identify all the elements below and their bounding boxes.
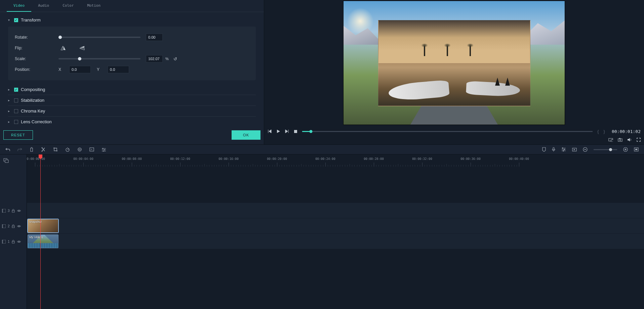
- scale-slider[interactable]: [58, 58, 140, 59]
- section-chroma-key[interactable]: ▸ Chroma Key: [8, 106, 256, 117]
- fullscreen-icon[interactable]: [637, 138, 641, 142]
- volume-icon[interactable]: [627, 138, 632, 142]
- transform-label: Transform: [21, 17, 41, 23]
- tab-color[interactable]: Color: [56, 0, 80, 12]
- snapshot-icon[interactable]: [618, 138, 622, 142]
- clip-snapshot[interactable]: snapshot: [28, 219, 58, 233]
- svg-point-6: [42, 147, 43, 148]
- redo-icon[interactable]: [17, 147, 22, 152]
- color-icon[interactable]: [77, 147, 82, 152]
- svg-rect-15: [562, 147, 563, 149]
- tab-audio[interactable]: Audio: [31, 0, 56, 12]
- stabilization-checkbox[interactable]: [14, 98, 18, 102]
- timeline-ruler[interactable]: 00:00:00:0000:00:04:0000:00:08:0000:00:1…: [27, 154, 644, 167]
- rotate-label: Rotate:: [15, 35, 58, 40]
- position-x-input[interactable]: [69, 66, 91, 73]
- svg-rect-31: [12, 226, 14, 228]
- reset-scale-icon[interactable]: ↺: [173, 56, 177, 61]
- zoom-slider[interactable]: [594, 149, 617, 150]
- zoom-out-icon[interactable]: [583, 147, 588, 152]
- ruler-label: 00:00:40:00: [509, 157, 529, 161]
- svg-point-36: [18, 241, 19, 242]
- manage-tracks-icon[interactable]: [3, 158, 9, 163]
- rotate-input[interactable]: [146, 34, 163, 41]
- mark-out-icon[interactable]: }: [604, 129, 605, 134]
- lock-icon[interactable]: [12, 209, 15, 213]
- transform-checkbox[interactable]: [14, 18, 18, 22]
- stop-icon[interactable]: [294, 130, 297, 133]
- eye-icon[interactable]: [17, 225, 21, 228]
- adjust-icon[interactable]: [102, 147, 106, 152]
- svg-rect-17: [563, 150, 564, 151]
- flip-vertical-icon[interactable]: [79, 46, 85, 50]
- timecode: 00:00:01:02: [612, 129, 641, 134]
- chevron-down-icon[interactable]: ▾: [8, 18, 13, 22]
- lock-icon[interactable]: [12, 240, 15, 244]
- quality-icon[interactable]: [608, 138, 613, 142]
- lens-checkbox[interactable]: [14, 120, 18, 124]
- section-transform[interactable]: ▾ Transform: [8, 15, 256, 25]
- green-screen-icon[interactable]: [89, 147, 94, 152]
- chroma-checkbox[interactable]: [14, 109, 18, 113]
- track-lane-3[interactable]: [27, 203, 644, 218]
- compositing-checkbox[interactable]: [14, 88, 18, 92]
- clip-label: My Video1: [29, 235, 43, 239]
- chevron-right-icon[interactable]: ▸: [8, 109, 13, 113]
- tab-video[interactable]: Video: [7, 0, 31, 12]
- position-y-input[interactable]: [108, 66, 129, 73]
- svg-rect-27: [12, 211, 14, 212]
- timeline-toolbar: [0, 144, 644, 154]
- preview-progress[interactable]: [302, 131, 593, 132]
- chevron-right-icon[interactable]: ▸: [8, 98, 13, 102]
- marker-icon[interactable]: [542, 147, 546, 152]
- chroma-label: Chroma Key: [21, 108, 45, 114]
- ruler-label: 00:00:04:00: [73, 157, 93, 161]
- chevron-right-icon[interactable]: ▸: [8, 88, 13, 91]
- section-stabilization[interactable]: ▸ Stabilization: [8, 95, 256, 106]
- svg-rect-22: [635, 149, 637, 150]
- render-icon[interactable]: [572, 148, 577, 151]
- track-lane-2[interactable]: snapshot: [27, 218, 644, 234]
- position-label: Position:: [15, 67, 58, 72]
- next-frame-icon[interactable]: [285, 129, 289, 133]
- track-type-icon[interactable]: [2, 209, 6, 213]
- lock-icon[interactable]: [12, 224, 15, 228]
- prev-frame-icon[interactable]: [268, 129, 272, 133]
- play-icon[interactable]: [276, 129, 280, 133]
- playhead[interactable]: [40, 154, 41, 309]
- delete-icon[interactable]: [30, 147, 34, 152]
- track-type-icon[interactable]: [2, 240, 6, 244]
- ok-button[interactable]: OK: [232, 130, 260, 140]
- zoom-fit-icon[interactable]: [634, 147, 639, 151]
- eye-icon[interactable]: [17, 240, 21, 243]
- eye-icon[interactable]: [17, 209, 21, 212]
- preview-viewport[interactable]: [264, 0, 644, 126]
- svg-point-7: [42, 151, 43, 152]
- svg-point-12: [104, 149, 105, 150]
- mixer-icon[interactable]: [561, 147, 566, 151]
- scale-label: Scale:: [15, 56, 58, 61]
- flip-horizontal-icon[interactable]: [61, 46, 66, 50]
- undo-icon[interactable]: [5, 147, 10, 152]
- svg-point-32: [18, 226, 19, 227]
- record-voice-icon[interactable]: [552, 147, 555, 152]
- tab-motion[interactable]: Motion: [80, 0, 107, 12]
- speed-icon[interactable]: [65, 147, 70, 152]
- track-type-icon[interactable]: [2, 224, 6, 228]
- split-icon[interactable]: [41, 147, 46, 152]
- section-lens-correction[interactable]: ▸ Lens Correction: [8, 117, 256, 127]
- track-num: 3: [8, 209, 10, 213]
- rotate-slider[interactable]: [58, 37, 140, 38]
- scale-input[interactable]: [146, 55, 163, 62]
- zoom-in-icon[interactable]: [623, 147, 628, 152]
- track-header-3: 3: [0, 203, 27, 218]
- clip-myvideo1[interactable]: My Video1: [28, 234, 58, 248]
- track-lane-1[interactable]: My Video1: [27, 234, 644, 249]
- mark-in-icon[interactable]: {: [597, 129, 599, 134]
- flip-label: Flip:: [15, 46, 58, 50]
- reset-button[interactable]: RESET: [3, 130, 33, 140]
- chevron-right-icon[interactable]: ▸: [8, 120, 13, 124]
- section-compositing[interactable]: ▸ Compositing: [8, 84, 256, 95]
- track-lane-empty[interactable]: [27, 167, 644, 203]
- crop-icon[interactable]: [53, 147, 58, 152]
